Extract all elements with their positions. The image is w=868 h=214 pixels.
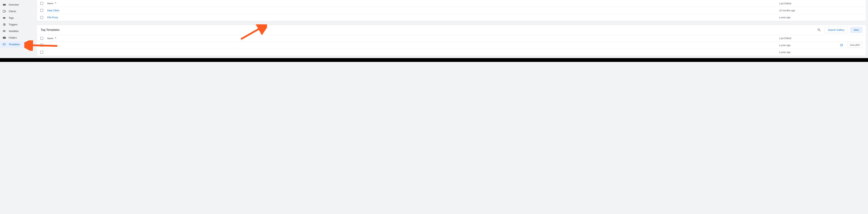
- row-last-edited: a year ago: [779, 44, 790, 47]
- refresh-icon[interactable]: [839, 43, 844, 48]
- row-checkbox[interactable]: [40, 9, 43, 12]
- sidebar-item-label: Templates: [9, 43, 20, 46]
- search-gallery-button[interactable]: Search Gallery: [824, 27, 848, 33]
- panel-title: Tag Templates: [41, 28, 60, 32]
- main-content: Name Last Edited Data Client 10 months a…: [35, 0, 868, 62]
- table-row[interactable]: File Proxy a year ago: [37, 14, 866, 21]
- sidebar-item-templates[interactable]: Templates: [0, 41, 35, 48]
- sidebar-item-clients[interactable]: Clients: [0, 8, 35, 15]
- overview-icon: [2, 3, 6, 7]
- sidebar-item-label: Overview: [9, 3, 19, 6]
- row-last-edited: a year ago: [779, 16, 790, 19]
- gallery-button[interactable]: GALLERY: [848, 43, 863, 48]
- sidebar-item-triggers[interactable]: Triggers: [0, 21, 35, 28]
- sidebar-item-label: Folders: [9, 36, 17, 39]
- clients-icon: [2, 9, 6, 13]
- select-all-checkbox[interactable]: [40, 37, 43, 40]
- select-all-checkbox[interactable]: [40, 2, 43, 5]
- new-button[interactable]: New: [850, 27, 863, 33]
- sidebar-item-label: Clients: [9, 10, 16, 13]
- sidebar-item-label: Variables: [9, 30, 19, 32]
- table-header: Name Last Edited: [37, 35, 866, 42]
- sidebar-item-variables[interactable]: Variables: [0, 28, 35, 34]
- templates-icon: [2, 43, 6, 46]
- folders-icon: [2, 36, 6, 39]
- table-row[interactable]: Data Client 10 months ago: [37, 7, 866, 14]
- table-header: Name Last Edited: [37, 0, 866, 7]
- col-last-edited-header[interactable]: Last Edited: [779, 37, 838, 39]
- row-last-edited: 10 months ago: [779, 9, 795, 12]
- sidebar: Overview Clients Tags Triggers Variables: [0, 0, 35, 62]
- sidebar-item-folders[interactable]: Folders: [0, 34, 35, 41]
- client-templates-panel: Name Last Edited Data Client 10 months a…: [37, 0, 866, 21]
- svg-point-1: [4, 24, 5, 25]
- bottom-black-bar: [0, 58, 868, 62]
- table-row[interactable]: a year ago: [37, 49, 866, 56]
- sidebar-item-overview[interactable]: Overview: [0, 1, 35, 8]
- row-checkbox[interactable]: [40, 51, 43, 54]
- row-name-link[interactable]: File Proxy: [47, 16, 58, 19]
- sidebar-item-label: Triggers: [9, 23, 18, 26]
- tag-templates-panel: Tag Templates Search Gallery New Name La…: [37, 25, 866, 56]
- sidebar-item-label: Tags: [9, 17, 14, 19]
- col-name-header[interactable]: Name: [47, 2, 779, 5]
- row-checkbox[interactable]: [40, 44, 43, 47]
- row-name-link[interactable]: Data Client: [47, 9, 59, 12]
- col-last-edited-header[interactable]: Last Edited: [779, 2, 838, 5]
- tags-icon: [2, 16, 6, 20]
- col-name-header[interactable]: Name: [47, 37, 779, 39]
- sort-ascending-icon: [55, 2, 57, 5]
- row-checkbox[interactable]: [40, 16, 43, 19]
- search-icon[interactable]: [816, 27, 822, 33]
- triggers-icon: [2, 23, 6, 26]
- sort-ascending-icon: [55, 37, 57, 39]
- sidebar-item-tags[interactable]: Tags: [0, 15, 35, 21]
- panel-header: Tag Templates Search Gallery New: [37, 25, 866, 35]
- variables-icon: [2, 29, 6, 33]
- row-last-edited: a year ago: [779, 51, 790, 54]
- table-row[interactable]: a year ago GALLERY: [37, 42, 866, 49]
